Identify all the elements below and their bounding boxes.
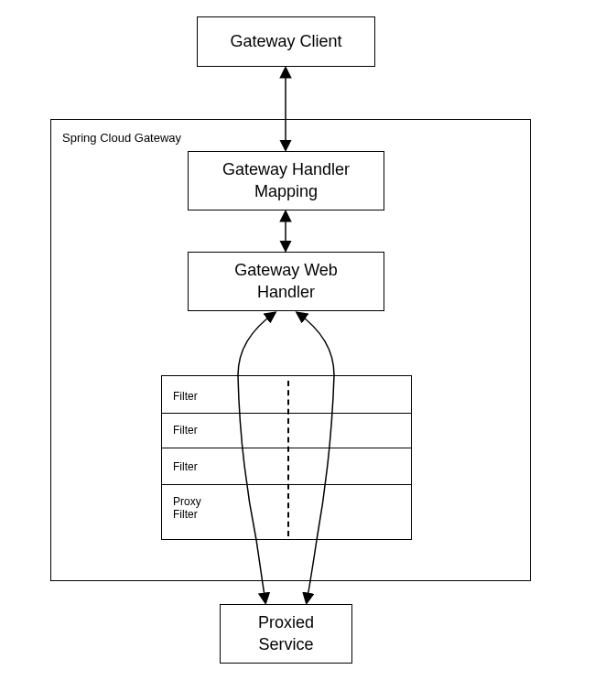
gateway-client-label: Gateway Client <box>230 31 341 52</box>
filter-block: Filter Filter Filter Proxy Filter <box>161 375 412 540</box>
filter-center-dashed-line <box>287 381 289 536</box>
filter-divider-1 <box>162 413 411 414</box>
gateway-handler-mapping-label: Gateway Handler Mapping <box>222 159 350 202</box>
proxied-service-box: Proxied Service <box>220 604 352 664</box>
gateway-handler-mapping-box: Gateway Handler Mapping <box>188 151 384 210</box>
filter-2-label: Filter <box>173 424 198 437</box>
proxy-filter-label: Proxy Filter <box>173 495 201 521</box>
gateway-web-handler-box: Gateway Web Handler <box>188 252 384 311</box>
gateway-client-box: Gateway Client <box>197 16 375 67</box>
filter-3-label: Filter <box>173 460 198 473</box>
container-label: Spring Cloud Gateway <box>62 131 181 145</box>
filter-divider-2 <box>162 448 411 448</box>
filter-divider-3 <box>162 484 411 485</box>
proxied-service-label: Proxied Service <box>258 612 314 655</box>
gateway-web-handler-label: Gateway Web Handler <box>234 260 338 303</box>
filter-1-label: Filter <box>173 390 198 403</box>
